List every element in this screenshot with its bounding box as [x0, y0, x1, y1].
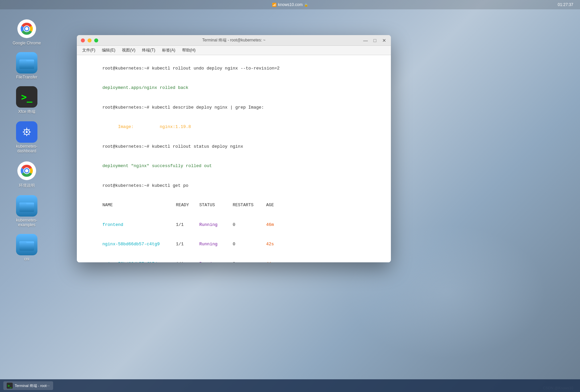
sidebar-item-k8s-examples[interactable]: kubernetes-examples — [5, 193, 48, 229]
filetransfer-icon — [16, 52, 37, 74]
env-label: 环境说明 — [19, 183, 35, 188]
sidebar-item-cni[interactable]: cni — [5, 232, 48, 263]
close-button[interactable] — [81, 38, 85, 42]
titlebar-actions: — □ ✕ — [363, 38, 387, 43]
menu-terminal[interactable]: 终端(T) — [139, 47, 158, 54]
taskbar: >_ Terminal 终端 - root··· — [0, 379, 580, 392]
cni-icon — [16, 234, 37, 255]
line-3: root@kubernetes:~# kubectl describe depl… — [82, 98, 386, 117]
titlebar-buttons — [81, 38, 98, 42]
desktop: 📶 knows10.com 🔒 01:27:37 — [0, 0, 580, 392]
sidebar-item-terminal[interactable]: >_ Xfce 终端 — [5, 84, 48, 117]
site-name: knows10.com — [278, 2, 302, 7]
table-row-nginx-1: nginx-58bd66db57-c4tg91/1Running042s — [82, 235, 386, 254]
sidebar-item-env[interactable]: 环境说明 — [5, 158, 48, 190]
k8s-examples-icon — [16, 195, 37, 217]
taskbar-terminal-icon: >_ — [7, 383, 13, 389]
menu-tabs[interactable]: 标签(A) — [159, 47, 178, 54]
menu-view[interactable]: 视图(V) — [119, 47, 138, 54]
terminal-label: Xfce 终端 — [18, 109, 35, 115]
sidebar-item-k8s-dashboard[interactable]: kubernetes-dashboard — [5, 119, 48, 155]
taskbar-terminal-item[interactable]: >_ Terminal 终端 - root··· — [3, 381, 53, 390]
sidebar-item-filetransfer[interactable]: FileTransfer — [5, 50, 48, 82]
minimize-icon[interactable]: — — [363, 38, 368, 43]
menu-file[interactable]: 文件(F) — [80, 47, 98, 54]
table-header: NAMEREADYSTATUSRESTARTSAGE — [82, 195, 386, 215]
line-5: root@kubernetes:~# kubectl rollout statu… — [82, 137, 386, 156]
line-7: root@kubernetes:~# kubectl get po — [82, 176, 386, 195]
terminal-menubar: 文件(F) 编辑(E) 视图(V) 终端(T) 标签(A) 帮助(H) — [77, 46, 391, 55]
terminal-titlebar: Terminal 终端 - root@kubernetes: ~ — □ ✕ — [77, 35, 391, 46]
chrome-icon — [16, 18, 37, 39]
terminal-icon: >_ — [16, 86, 37, 108]
terminal-content[interactable]: root@kubernetes:~# kubectl rollout undo … — [77, 55, 391, 262]
k8s-label: kubernetes-dashboard — [8, 144, 45, 153]
svg-point-4 — [25, 27, 28, 30]
filetransfer-label: FileTransfer — [16, 75, 37, 80]
table-row-nginx-2: nginx-58bd66db57-fl5dw1/1Running044s — [82, 254, 386, 262]
line-4: Image: nginx:1.19.8 — [82, 117, 386, 137]
topbar-site: 📶 knows10.com 🔒 — [272, 2, 308, 7]
table-row-frontend: frontend1/1Running046m — [82, 215, 386, 235]
menu-edit[interactable]: 编辑(E) — [99, 47, 118, 54]
line-6: deployment "nginx" successfully rolled o… — [82, 156, 386, 176]
k8s-examples-label: kubernetes-examples — [8, 218, 45, 227]
terminal-title: Terminal 终端 - root@kubernetes: ~ — [202, 37, 265, 43]
restore-icon[interactable]: □ — [372, 38, 378, 43]
k8s-icon — [16, 121, 37, 143]
line-1: root@kubernetes:~# kubectl rollout undo … — [82, 58, 386, 78]
menu-help[interactable]: 帮助(H) — [179, 47, 198, 54]
sidebar: Google Chrome FileTransfer — [0, 9, 53, 375]
svg-point-21 — [25, 169, 28, 172]
line-2: deployment.apps/nginx rolled back — [82, 78, 386, 98]
chrome-label: Google Chrome — [13, 41, 41, 45]
maximize-button[interactable] — [94, 38, 98, 42]
terminal-window: Terminal 终端 - root@kubernetes: ~ — □ ✕ 文… — [77, 35, 391, 262]
svg-point-9 — [26, 131, 28, 133]
env-chrome-icon — [16, 160, 37, 181]
close-icon[interactable]: ✕ — [382, 38, 387, 43]
signal-icon: 📶 — [272, 3, 277, 7]
cni-label: cni — [24, 257, 29, 261]
minimize-button[interactable] — [88, 38, 92, 42]
topbar-time: 01:27:37 — [558, 2, 573, 7]
sidebar-item-chrome[interactable]: Google Chrome — [5, 16, 48, 47]
taskbar-terminal-label: Terminal 终端 - root··· — [15, 383, 50, 388]
lock-icon: 🔒 — [304, 3, 308, 7]
topbar: 📶 knows10.com 🔒 01:27:37 — [0, 0, 580, 9]
